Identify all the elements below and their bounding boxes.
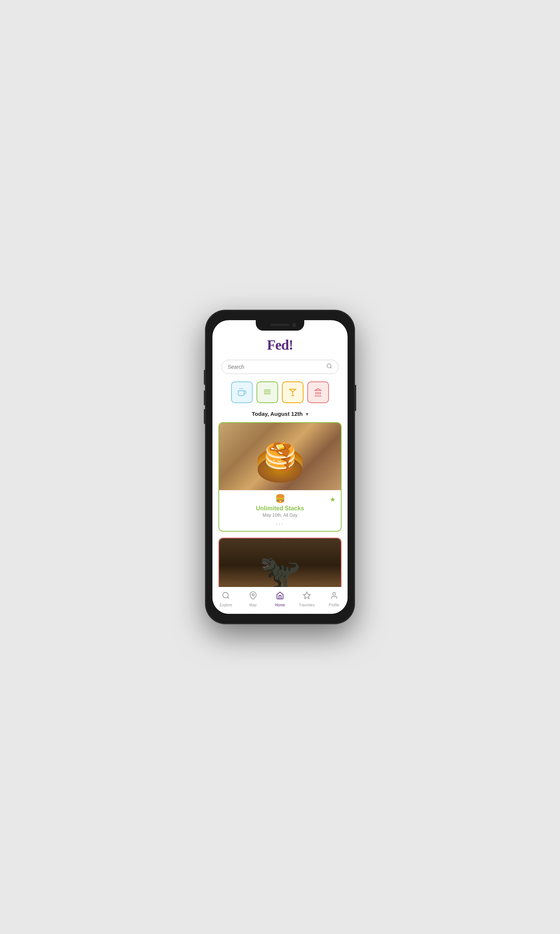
- phone-screen: Fed!: [212, 320, 348, 614]
- phone-shell: Fed!: [205, 310, 355, 624]
- explore-icon: [222, 592, 230, 602]
- search-bar[interactable]: [222, 360, 338, 374]
- nav-item-favorites[interactable]: Favorites: [297, 592, 317, 607]
- notch-speaker: [271, 324, 289, 326]
- nav-item-home[interactable]: Home: [269, 592, 291, 607]
- bottom-nav: Explore Map Home: [212, 587, 348, 614]
- nav-item-map[interactable]: Map: [243, 592, 263, 607]
- app-header: Fed!: [212, 331, 348, 357]
- search-input[interactable]: [228, 364, 326, 370]
- date-label: Today, August 12th: [252, 411, 302, 417]
- svg-point-0: [327, 364, 331, 368]
- nav-item-profile[interactable]: Profile: [324, 592, 345, 607]
- category-food[interactable]: [231, 381, 253, 403]
- chevron-down-icon: ▾: [306, 411, 308, 417]
- svg-line-12: [228, 597, 229, 598]
- card-more-1: ...: [276, 519, 284, 526]
- card-star-1[interactable]: ★: [330, 495, 335, 504]
- card-image-dino: [219, 538, 341, 587]
- cards-container: 🍔 Unlimited Stacks May 10th, All Day ...…: [212, 422, 348, 587]
- svg-point-13: [252, 593, 254, 596]
- card-museum-rockies[interactable]: 🏛️ The Museum of the Rockies Free Admiss…: [218, 538, 342, 587]
- phone-wrapper: Fed!: [202, 306, 358, 628]
- nav-item-explore[interactable]: Explore: [215, 592, 236, 607]
- category-burger[interactable]: [257, 381, 278, 403]
- map-icon: [249, 592, 257, 602]
- profile-icon: [330, 592, 338, 602]
- svg-point-15: [332, 592, 335, 595]
- nav-label-map: Map: [249, 603, 257, 607]
- card-image-pancakes: [219, 423, 341, 490]
- card-unlimited-stacks[interactable]: 🍔 Unlimited Stacks May 10th, All Day ...…: [218, 422, 342, 532]
- date-selector[interactable]: Today, August 12th ▾: [212, 408, 348, 422]
- category-drinks[interactable]: [282, 381, 303, 403]
- card-title-1: Unlimited Stacks: [256, 505, 304, 512]
- card-info-1: 🍔 Unlimited Stacks May 10th, All Day ...…: [219, 490, 341, 531]
- home-icon: [276, 592, 284, 602]
- screen-content: Fed!: [212, 320, 348, 587]
- nav-label-favorites: Favorites: [299, 603, 315, 607]
- card-icon-burger: 🍔: [275, 494, 285, 504]
- svg-point-11: [223, 592, 228, 598]
- card-date-1: May 10th, All Day: [263, 513, 297, 518]
- category-museum[interactable]: [307, 381, 329, 403]
- svg-marker-14: [303, 592, 310, 598]
- search-icon: [326, 363, 332, 371]
- notch-camera: [292, 323, 296, 327]
- svg-marker-10: [315, 388, 321, 390]
- notch: [256, 320, 304, 331]
- nav-label-profile: Profile: [329, 603, 339, 607]
- nav-label-home: Home: [275, 603, 285, 607]
- category-filters: [212, 378, 348, 408]
- nav-label-explore: Explore: [220, 603, 232, 607]
- favorites-icon: [303, 592, 311, 602]
- app-logo: Fed!: [267, 337, 293, 353]
- svg-line-1: [331, 367, 332, 368]
